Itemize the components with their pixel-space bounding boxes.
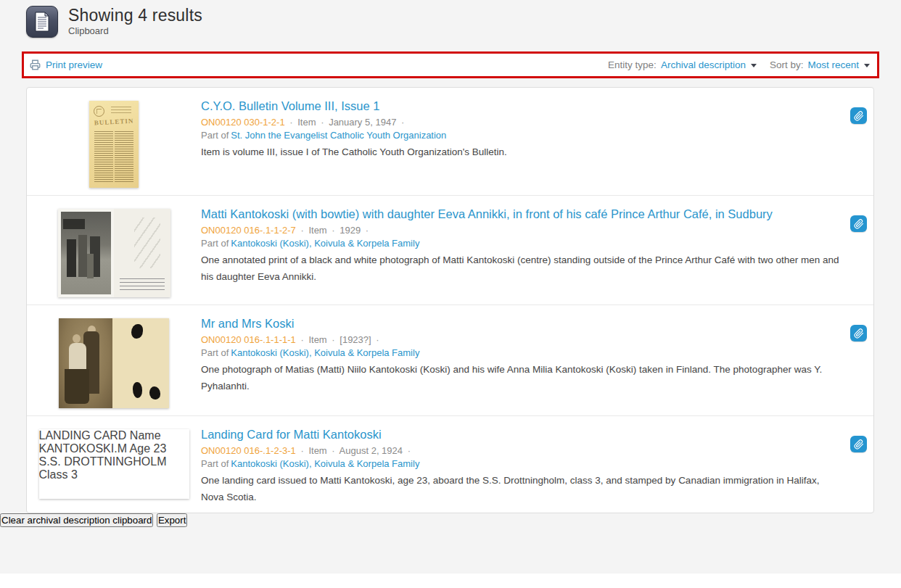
result-meta: ON00120 016-.1-1-2-7 · Item · 1929 ·: [201, 225, 844, 236]
result-thumbnail[interactable]: [59, 318, 169, 408]
chevron-down-icon: [864, 64, 870, 67]
result-meta: ON00120 016-.1-2-3-1 · Item · August 2, …: [201, 445, 844, 456]
result-item: LANDING CARD Name KANTOKOSKI.M Age 23 S.…: [27, 416, 873, 513]
clipboard-document-icon: [26, 6, 58, 38]
photo-front: [58, 209, 114, 297]
entity-type-dropdown[interactable]: Archival description: [661, 59, 757, 70]
part-of-line: Part ofKantokoski (Koski), Koivula & Kor…: [201, 238, 844, 249]
paperclip-icon[interactable]: [850, 436, 867, 452]
result-body: C.Y.O. Bulletin Volume III, Issue 1 ON00…: [201, 99, 873, 161]
bulletin-emblem: [94, 106, 104, 117]
part-of-line: Part ofKantokoski (Koski), Koivula & Kor…: [201, 347, 844, 358]
part-of-line: Part ofKantokoski (Koski), Koivula & Kor…: [201, 458, 844, 469]
result-body: Landing Card for Matti Kantokoski ON0012…: [201, 427, 873, 505]
result-title-link[interactable]: C.Y.O. Bulletin Volume III, Issue 1: [201, 99, 379, 112]
thumbnail-column: [27, 316, 201, 408]
part-of-label: Part of: [201, 238, 229, 249]
part-of-link[interactable]: Kantokoski (Koski), Koivula & Korpela Fa…: [231, 458, 419, 469]
sort-by-dropdown[interactable]: Most recent: [807, 59, 870, 70]
reference-code: ON00120 016-.1-2-3-1: [201, 445, 296, 456]
document-glyph: [33, 12, 52, 32]
result-title-link[interactable]: Mr and Mrs Koski: [201, 317, 294, 330]
clear-clipboard-button[interactable]: Clear archival description clipboard: [0, 513, 153, 527]
result-body: Mr and Mrs Koski ON00120 016-.1-1-1-1 · …: [201, 316, 873, 394]
part-of-link[interactable]: St. John the Evangelist Catholic Youth O…: [231, 130, 446, 141]
part-of-link[interactable]: Kantokoski (Koski), Koivula & Korpela Fa…: [231, 347, 419, 358]
page-header: Showing 4 results Clipboard: [0, 0, 901, 45]
reference-code: ON00120 016-.1-1-2-7: [201, 225, 296, 236]
print-preview-link[interactable]: Print preview: [30, 59, 102, 70]
result-date: January 5, 1947: [329, 117, 396, 128]
landing-card-title: LANDING CARD: [39, 429, 127, 442]
thumbnail-column: LANDING CARD Name KANTOKOSKI.M Age 23 S.…: [27, 427, 201, 499]
result-description: One annotated print of a black and white…: [201, 252, 844, 285]
printer-icon: [30, 59, 41, 70]
paperclip-icon[interactable]: [850, 215, 867, 232]
result-item: BULLETIN C.Y.O. Bulletin Volume III, Iss…: [27, 88, 873, 196]
paperclip-icon[interactable]: [850, 325, 867, 341]
handwritten-annotation: [120, 278, 165, 293]
result-body: Matti Kantokoski (with bowtie) with daug…: [201, 207, 873, 285]
result-title-link[interactable]: Landing Card for Matti Kantokoski: [201, 428, 382, 441]
export-button[interactable]: Export: [157, 513, 188, 527]
result-description: One photograph of Matias (Matti) Niilo K…: [201, 362, 844, 394]
part-of-line: Part ofSt. John the Evangelist Catholic …: [201, 130, 844, 141]
sort-by-value: Most recent: [807, 59, 859, 70]
toolbar-filters: Entity type: Archival description Sort b…: [608, 59, 870, 70]
photo-back: [114, 209, 170, 297]
page-subtitle: Clipboard: [68, 25, 202, 36]
bulletin-masthead: BULLETIN: [91, 117, 137, 126]
print-preview-label: Print preview: [46, 59, 102, 70]
photo-back: [112, 318, 169, 408]
thumbnail-column: BULLETIN: [27, 99, 201, 188]
part-of-label: Part of: [201, 458, 229, 469]
result-meta: ON00120 016-.1-1-1-1 · Item · [1923?] ·: [201, 334, 844, 345]
result-date: [1923?]: [340, 334, 371, 345]
level-of-description: Item: [308, 225, 326, 236]
result-item: Mr and Mrs Koski ON00120 016-.1-1-1-1 · …: [27, 305, 873, 416]
level-of-description: Item: [308, 445, 326, 456]
result-title-link[interactable]: Matti Kantokoski (with bowtie) with daug…: [201, 207, 773, 220]
chevron-down-icon: [751, 64, 757, 67]
result-thumbnail[interactable]: BULLETIN: [89, 101, 139, 188]
result-item: Matti Kantokoski (with bowtie) with daug…: [27, 196, 873, 305]
level-of-description: Item: [308, 334, 326, 345]
result-thumbnail[interactable]: LANDING CARD Name KANTOKOSKI.M Age 23 S.…: [39, 429, 189, 499]
clipboard-actions: Clear archival description clipboard Exp…: [0, 513, 901, 527]
page-title: Showing 4 results: [68, 6, 202, 25]
result-description: Item is volume III, issue I of The Catho…: [201, 144, 844, 160]
photo-front: [59, 318, 112, 408]
result-description: One landing card issued to Matti Kantoko…: [201, 473, 844, 505]
part-of-label: Part of: [201, 347, 229, 358]
clipboard-page: Showing 4 results Clipboard Print previe…: [0, 0, 901, 573]
result-date: August 2, 1924: [340, 445, 403, 456]
clipboard-toolbar: Print preview Entity type: Archival desc…: [22, 51, 879, 78]
results-list: BULLETIN C.Y.O. Bulletin Volume III, Iss…: [26, 87, 874, 513]
result-date: 1929: [340, 225, 361, 236]
entity-type-label: Entity type:: [608, 59, 657, 70]
reference-code: ON00120 016-.1-1-1-1: [201, 334, 296, 345]
reference-code: ON00120 030-1-2-1: [201, 117, 285, 128]
result-meta: ON00120 030-1-2-1 · Item · January 5, 19…: [201, 117, 844, 128]
part-of-link[interactable]: Kantokoski (Koski), Koivula & Korpela Fa…: [231, 238, 419, 249]
entity-type-value: Archival description: [661, 59, 746, 70]
sort-by-label: Sort by:: [770, 59, 804, 70]
part-of-label: Part of: [201, 130, 229, 141]
level-of-description: Item: [297, 117, 316, 128]
thumbnail-column: [27, 207, 201, 297]
result-thumbnail[interactable]: [58, 209, 170, 297]
paperclip-icon[interactable]: [850, 107, 867, 124]
